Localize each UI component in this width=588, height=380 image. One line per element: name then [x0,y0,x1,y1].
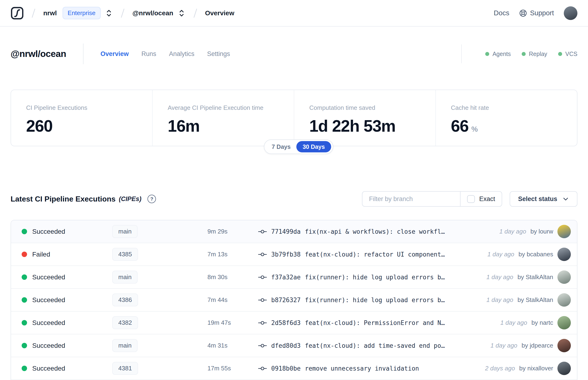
branch-filter-input[interactable] [362,195,460,203]
header-divider [83,43,83,64]
support-label: Support [530,9,554,17]
run-status-dot-icon [22,343,27,348]
range-option[interactable]: 7 Days [266,141,296,152]
branch-badge: main [112,339,138,352]
run-status-label: Succeeded [32,365,65,372]
status-dot-icon [522,52,526,56]
commit-hash: b8726327 [271,297,301,304]
exact-toggle[interactable]: Exact [460,192,502,206]
range-option[interactable]: 30 Days [296,141,331,152]
author-avatar [557,270,571,284]
row-meta: 1 day ago by nartc [500,316,577,329]
run-status-label: Succeeded [32,296,65,304]
row-status-cell: Succeeded [22,228,112,235]
status-select-button[interactable]: Select status [510,191,577,207]
commit-hash: 2d58f6d3 [271,319,301,326]
run-author: by StalkAltan [517,273,553,281]
stat-value-number: 66 [451,117,469,135]
author-avatar [557,225,571,238]
run-status-dot-icon [22,229,27,234]
run-time-ago: 1 day ago [486,273,513,281]
row-branch-cell: 4381 [112,362,208,375]
cipe-row[interactable]: Succeeded 4381 17m 55s 0918b0be remove u… [11,357,577,380]
status-label: Replay [529,51,547,57]
run-time-ago: 1 day ago [499,228,526,235]
run-status-label: Succeeded [32,228,65,235]
commit-message: fix(nx-api & workflows): close workfl… [305,228,445,235]
workspace-tabs: OverviewRunsAnalyticsSettings [100,50,230,57]
cipe-row[interactable]: Succeeded main 9m 29s 771499da fix(nx-ap… [11,220,577,243]
row-meta: 1 day ago by lourw [499,225,577,238]
cipe-row[interactable]: Succeeded 4386 7m 44s b8726327 fix(runne… [11,289,577,312]
commit-cell: b8726327 fix(runner): hide log upload er… [258,297,445,304]
feature-status: VCS [558,51,577,57]
stat-label: Computation time saved [309,104,435,112]
support-link[interactable]: Support [519,9,554,17]
stat-value: 66% [451,117,577,135]
row-status-cell: Failed [22,251,112,258]
git-commit-icon [258,365,267,372]
stat-value: 1d 22h 53m [309,117,435,135]
commit-message: fix(runner): hide log upload errors b… [305,274,445,281]
run-time-ago: 1 day ago [490,342,517,349]
stats-cards: CI Pipeline Executions 260 Average CI Pi… [11,90,577,146]
tab-overview[interactable]: Overview [100,50,129,57]
commit-hash: f37a32ae [271,274,301,281]
cipe-row[interactable]: Succeeded 4382 19m 47s 2d58f6d3 feat(nx-… [11,312,577,334]
workspace-switcher-button[interactable] [178,8,186,18]
row-meta: 1 day ago by StalkAltan [486,293,577,307]
run-author: by lourw [530,228,553,235]
run-status-label: Failed [32,251,50,258]
tab-settings[interactable]: Settings [207,50,230,57]
stat-value-suffix: % [471,125,478,133]
breadcrumb-org[interactable]: nrwl [43,9,57,17]
row-status-cell: Succeeded [22,296,112,304]
branch-badge: main [112,271,138,284]
commit-cell: 771499da fix(nx-api & workflows): close … [258,228,445,235]
branch-badge: main [112,225,138,238]
commit-message: feat(nx-cloud): add time-saved end po… [305,342,445,349]
stat-label: Average CI Pipeline Execution time [168,104,294,112]
nx-cloud-logo-icon[interactable] [11,7,24,20]
run-duration: 19m 47s [208,319,258,326]
top-navbar: nrwl Enterprise @nrwl/ocean Overview Doc… [0,0,588,27]
branch-filter-group: Exact [362,191,502,207]
run-duration: 7m 44s [208,296,258,304]
cipe-row[interactable]: Failed 4385 7m 13s 3b79fb38 feat(nx-clou… [11,243,577,266]
author-avatar [557,293,571,307]
branch-badge: 4386 [112,293,138,306]
stat-label: CI Pipeline Executions [26,104,152,112]
cipe-row[interactable]: Succeeded main 4m 31s dfed80d3 feat(nx-c… [11,334,577,357]
stat-value-number: 260 [26,117,53,135]
status-divider [461,44,462,63]
row-status-cell: Succeeded [22,342,112,349]
git-commit-icon [258,342,267,349]
row-meta: 1 day ago by jdpearce [490,339,577,352]
branch-badge: 4381 [112,362,138,375]
branch-badge: 4382 [112,316,138,329]
org-switcher-button[interactable] [105,8,113,18]
stat-card: Computation time saved 1d 22h 53m [294,90,435,146]
cipe-section-header: Latest CI Pipeline Executions (CIPEs) ? … [0,191,588,207]
cipe-row[interactable]: Succeeded main 8m 30s f37a32ae fix(runne… [11,266,577,289]
breadcrumb-workspace[interactable]: @nrwl/ocean [133,9,173,17]
workspace-header: @nrwl/ocean OverviewRunsAnalyticsSetting… [0,40,588,68]
chevron-up-down-icon [178,9,185,17]
run-author: by jdpearce [522,342,553,349]
git-commit-icon [258,297,267,303]
commit-cell: dfed80d3 feat(nx-cloud): add time-saved … [258,342,445,349]
run-time-ago: 1 day ago [500,319,527,326]
docs-link[interactable]: Docs [494,9,509,17]
exact-checkbox[interactable] [467,195,475,203]
row-branch-cell: main [112,225,208,238]
section-title-suffix: (CIPEs) [119,195,141,203]
row-branch-cell: 4386 [112,293,208,306]
tab-runs[interactable]: Runs [141,50,156,57]
tab-analytics[interactable]: Analytics [169,50,194,57]
enterprise-badge: Enterprise [63,7,101,19]
run-time-ago: 2 days ago [485,365,515,372]
user-avatar[interactable] [564,6,577,20]
commit-cell: 0918b0be remove unnecessary invalidation [258,365,419,372]
commit-message: remove unnecessary invalidation [305,365,419,372]
help-icon[interactable]: ? [148,195,156,203]
